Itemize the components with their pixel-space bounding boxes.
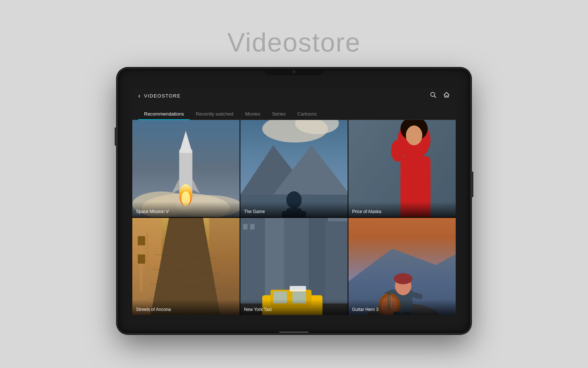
tab-cartoons[interactable]: Cartoons xyxy=(291,108,323,120)
grid-item-space-mission[interactable]: Space Mission V xyxy=(132,120,240,217)
svg-rect-49 xyxy=(243,224,247,230)
svg-rect-38 xyxy=(146,233,148,287)
content-grid: Space Mission V xyxy=(132,120,456,315)
search-icon[interactable] xyxy=(430,92,437,100)
tab-recently-watched[interactable]: Recently watched xyxy=(190,108,239,120)
svg-rect-40 xyxy=(138,255,145,264)
svg-point-28 xyxy=(391,140,404,162)
tablet-screen: ‹ VIDEOSTORE xyxy=(132,87,456,315)
nav-tabs: Recommendations Recently watched Movies … xyxy=(132,105,456,120)
grid-item-label-alaska: Price of Alaska xyxy=(348,202,456,217)
grid-item-label-newyork: New York Taxi xyxy=(240,300,348,315)
tab-recommendations[interactable]: Recommendations xyxy=(138,108,190,120)
grid-item-new-york-taxi[interactable]: New York Taxi xyxy=(240,218,348,315)
grid-item-label-ancona: Streets of Ancona xyxy=(132,300,240,315)
grid-item-streets-ancona[interactable]: Streets of Ancona xyxy=(132,218,240,315)
topbar-title: VIDEOSTORE xyxy=(144,93,430,99)
tablet-camera-notch xyxy=(265,68,323,75)
grid-item-price-alaska[interactable]: Price of Alaska xyxy=(348,120,456,217)
grid-item-the-game[interactable]: The Game xyxy=(240,120,348,217)
back-button[interactable]: ‹ xyxy=(138,92,140,100)
app-title: Videostore xyxy=(227,27,361,57)
scroll-indicator xyxy=(279,332,309,333)
tab-series[interactable]: Series xyxy=(266,108,291,120)
svg-rect-50 xyxy=(250,224,255,230)
svg-point-69 xyxy=(394,273,413,284)
svg-point-27 xyxy=(406,125,422,145)
grid-item-label-game: The Game xyxy=(240,202,348,217)
svg-line-1 xyxy=(434,96,436,98)
grid-item-label-guitar: Guitar Hero 3 xyxy=(348,300,456,315)
grid-item-guitar-hero[interactable]: Guitar Hero 3 xyxy=(348,218,456,315)
camera-indicator xyxy=(293,70,295,73)
svg-rect-62 xyxy=(290,286,306,291)
grid-item-label-space: Space Mission V xyxy=(132,202,240,217)
home-icon[interactable] xyxy=(443,92,450,100)
topbar: ‹ VIDEOSTORE xyxy=(132,87,456,105)
svg-rect-39 xyxy=(138,236,145,245)
tablet-shell: ‹ VIDEOSTORE xyxy=(118,68,470,333)
topbar-icons xyxy=(430,92,450,100)
tab-movies[interactable]: Movies xyxy=(239,108,266,120)
